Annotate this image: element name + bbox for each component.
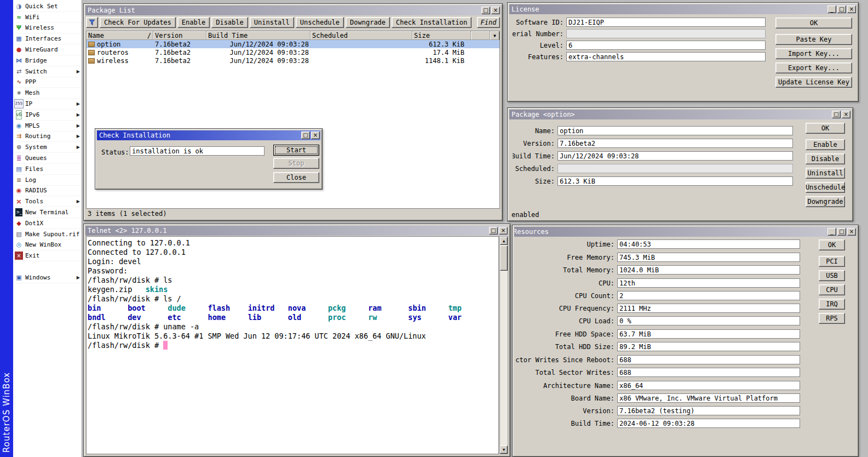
status-field[interactable]: installation is ok — [130, 146, 265, 156]
downgrade-button[interactable]: Downgrade — [806, 196, 845, 207]
cpu-load-field[interactable]: 0 % — [617, 316, 800, 325]
sidebar-item-exit[interactable]: Exit — [13, 250, 82, 261]
table-row-option[interactable]: option7.16beta2Jun/12/2024 09:03:28612.3… — [87, 40, 499, 48]
column-header-size[interactable]: Size — [412, 31, 471, 40]
name-field[interactable]: option — [557, 126, 793, 135]
serial-number-field[interactable] — [566, 29, 766, 38]
sidebar-item-ppp[interactable]: PPP — [13, 77, 82, 88]
architecture-name-field[interactable]: x86_64 — [617, 381, 800, 390]
maximize-button[interactable]: □ — [301, 132, 310, 139]
sidebar-item-wireguard[interactable]: WireGuard — [13, 44, 82, 55]
maximize-button[interactable]: □ — [837, 5, 846, 13]
scrollbar[interactable]: ▲ ▼ — [499, 236, 508, 454]
cpu-button[interactable]: CPU — [819, 284, 845, 295]
filter-button[interactable] — [86, 17, 98, 28]
irq-button[interactable]: IRQ — [819, 299, 845, 310]
sidebar-item-routing[interactable]: Routing▶ — [13, 132, 82, 142]
column-header-build-time[interactable]: Build Time — [206, 31, 311, 40]
cpu-frequency-field[interactable]: 2111 MHz — [617, 304, 800, 313]
ok-button[interactable]: OK — [819, 239, 845, 250]
total-sector-writes-field[interactable]: 688 — [617, 368, 800, 377]
software-id-field[interactable]: DJ21-EIQP — [566, 18, 766, 27]
enable-button[interactable]: Enable — [177, 17, 210, 28]
import-key-button[interactable]: Import Key... — [775, 48, 852, 59]
titlebar-check-installation[interactable]: Check Installation □× — [97, 130, 320, 140]
table-row-wireless[interactable]: wireless7.16beta2Jun/12/2024 09:03:28114… — [87, 56, 499, 65]
sidebar-item-queues[interactable]: Queues — [13, 153, 82, 164]
sidebar-item-ip[interactable]: IP▶ — [13, 99, 82, 110]
sidebar-item-files[interactable]: Files — [13, 164, 82, 175]
build-time-field[interactable]: Jun/12/2024 09:03:28 — [557, 151, 793, 161]
sidebar-item-interfaces[interactable]: Interfaces — [13, 33, 82, 44]
sidebar-item-mpls[interactable]: MPLS▶ — [13, 121, 82, 132]
unschedule-button[interactable]: Unschedule — [806, 182, 845, 193]
close-button[interactable]: × — [311, 132, 320, 139]
stop-button[interactable]: Stop — [273, 158, 319, 169]
uninstall-button[interactable]: Uninstall — [250, 17, 294, 28]
ok-button[interactable]: OK — [775, 18, 852, 28]
column-options-button[interactable]: ▼ — [490, 31, 499, 40]
close-button[interactable]: × — [847, 228, 856, 236]
sidebar-item-new-winbox[interactable]: New WinBox — [13, 240, 82, 251]
export-key-button[interactable]: Export Key... — [775, 62, 852, 73]
uptime-field[interactable]: 04:40:53 — [617, 239, 800, 249]
minimize-button[interactable]: _ — [827, 5, 836, 13]
features-field[interactable]: extra-channels — [566, 52, 766, 61]
sector-writes-since-reboot-field[interactable]: 688 — [617, 355, 800, 364]
downgrade-button[interactable]: Downgrade — [346, 17, 390, 28]
sidebar-item-new-terminal[interactable]: New Terminal — [13, 207, 82, 218]
titlebar-license[interactable]: License _□× — [509, 4, 856, 14]
close-button[interactable]: × — [847, 5, 856, 13]
free-hdd-space-field[interactable]: 63.7 MiB — [617, 329, 800, 339]
sidebar-item-mesh[interactable]: Mesh — [13, 88, 82, 99]
sidebar-item-quick-set[interactable]: Quick Set — [13, 1, 82, 12]
ok-button[interactable]: OK — [806, 123, 845, 134]
sidebar-item-windows[interactable]: Windows▶ — [13, 272, 82, 283]
maximize-button[interactable]: □ — [481, 7, 490, 14]
unschedule-button[interactable]: Unschedule — [296, 17, 344, 28]
close-button[interactable]: × — [842, 111, 850, 118]
cpu-count-field[interactable]: 2 — [617, 291, 800, 300]
paste-key-button[interactable]: Paste Key — [775, 34, 852, 45]
level-field[interactable]: 6 — [566, 41, 766, 50]
scroll-down-button[interactable]: ▼ — [500, 445, 508, 454]
sidebar-item-dot1x[interactable]: Dot1X — [13, 218, 82, 229]
close-button[interactable]: Close — [273, 172, 319, 183]
column-header-version[interactable]: Version — [153, 31, 206, 40]
sidebar-item-wifi[interactable]: WiFi — [13, 12, 82, 23]
maximize-button[interactable]: □ — [489, 227, 498, 235]
titlebar-telnet[interactable]: Telnet <2> 127.0.0.1 □× — [85, 226, 508, 236]
column-header-name[interactable]: Name/ — [87, 31, 153, 40]
sidebar-item-system[interactable]: System▶ — [13, 142, 82, 153]
size-field[interactable]: 612.3 KiB — [557, 176, 793, 186]
terminal-screen[interactable]: Connecting to 127.0.0.1Connected to 127.… — [86, 236, 499, 454]
total-hdd-size-field[interactable]: 89.2 MiB — [617, 342, 800, 351]
scroll-up-button[interactable]: ▲ — [500, 237, 508, 245]
usb-button[interactable]: USB — [819, 270, 845, 281]
check-for-updates-button[interactable]: Check For Updates — [100, 17, 176, 28]
free-memory-field[interactable]: 745.3 MiB — [617, 253, 800, 262]
update-license-key-button[interactable]: Update License Key — [775, 77, 852, 88]
titlebar-package-option[interactable]: Package <option> □× — [509, 110, 851, 119]
sidebar-item-bridge[interactable]: Bridge — [13, 55, 82, 66]
version-field[interactable]: 7.16beta2 — [557, 139, 793, 148]
close-button[interactable]: × — [499, 227, 508, 235]
pci-button[interactable]: PCI — [819, 256, 845, 267]
sidebar-item-log[interactable]: Log — [13, 175, 82, 186]
scheduled-field[interactable] — [557, 164, 793, 173]
start-button[interactable]: Start — [273, 145, 319, 156]
sidebar-item-ipv6[interactable]: IPv6▶ — [13, 110, 82, 121]
sidebar-item-make-supout-rif[interactable]: Make Supout.rif — [13, 229, 82, 240]
version-field[interactable]: 7.16beta2 (testing) — [617, 406, 800, 415]
titlebar-resources[interactable]: Resources _□× — [514, 227, 856, 237]
sidebar-item-radius[interactable]: RADIUS — [13, 186, 82, 197]
total-memory-field[interactable]: 1024.0 MiB — [617, 265, 800, 275]
board-name-field[interactable]: x86 VMware, Inc. VMware Virtual Platform — [617, 393, 800, 403]
sidebar-item-switch[interactable]: Switch▶ — [13, 66, 82, 77]
rps-button[interactable]: RPS — [819, 313, 845, 324]
disable-button[interactable]: Disable — [211, 17, 248, 28]
sidebar-item-wireless[interactable]: Wireless — [13, 23, 82, 34]
scroll-thumb[interactable] — [500, 245, 508, 271]
cpu-field[interactable]: 12th — [617, 278, 800, 288]
maximize-button[interactable]: □ — [837, 228, 846, 236]
